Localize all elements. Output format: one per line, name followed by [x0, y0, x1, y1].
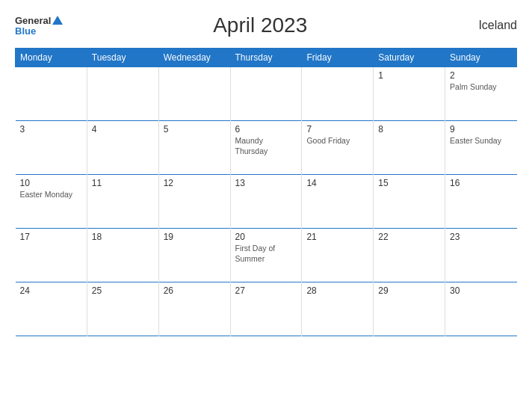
week-row-2: 3456Maundy Thursday7Good Friday89Easter … [16, 121, 517, 175]
country-label: Iceland [457, 19, 517, 32]
day-number: 16 [450, 178, 512, 188]
day-number: 28 [306, 285, 368, 296]
calendar-cell: 7Good Friday [302, 121, 374, 175]
day-number: 24 [20, 285, 82, 296]
calendar-cell: 9Easter Sunday [445, 121, 517, 175]
day-number: 7 [306, 124, 368, 135]
week-row-1: 12Palm Sunday [16, 67, 517, 121]
calendar-cell: 21 [302, 229, 374, 282]
holiday-label: First Day of Summer [235, 244, 297, 264]
day-number: 18 [92, 232, 154, 242]
header: General Blue April 2023 Iceland [15, 13, 517, 37]
calendar-cell: 24 [16, 282, 87, 336]
calendar-cell: 23 [445, 229, 517, 282]
holiday-label: Palm Sunday [450, 82, 512, 93]
weekday-header-tuesday: Tuesday [87, 49, 158, 67]
day-number: 23 [450, 232, 512, 242]
calendar-cell: 5 [158, 121, 230, 175]
week-row-4: 17181920First Day of Summer212223 [16, 229, 517, 282]
day-number: 2 [450, 70, 512, 81]
day-number: 25 [92, 285, 154, 296]
holiday-label: Maundy Thursday [235, 136, 297, 156]
day-number: 5 [164, 124, 226, 135]
day-number: 29 [378, 285, 440, 296]
weekday-header-wednesday: Wednesday [158, 49, 230, 67]
calendar-cell: 11 [87, 175, 158, 229]
day-number: 3 [20, 124, 82, 135]
calendar-cell: 26 [158, 282, 230, 336]
calendar-cell: 8 [374, 121, 445, 175]
weekday-header-saturday: Saturday [374, 49, 445, 67]
day-number: 14 [306, 178, 368, 188]
calendar-cell: 16 [445, 175, 517, 229]
logo-blue-text: Blue [15, 26, 36, 36]
day-number: 26 [164, 285, 226, 296]
logo-triangle-icon [52, 16, 63, 25]
calendar-cell: 30 [445, 282, 517, 336]
week-row-3: 10Easter Monday111213141516 [16, 175, 517, 229]
calendar-cell: 25 [87, 282, 158, 336]
calendar-header: MondayTuesdayWednesdayThursdayFridaySatu… [16, 49, 517, 67]
calendar-cell: 10Easter Monday [16, 175, 87, 229]
calendar-cell: 12 [158, 175, 230, 229]
calendar-cell: 4 [87, 121, 158, 175]
weekday-header-row: MondayTuesdayWednesdayThursdayFridaySatu… [16, 49, 517, 67]
day-number: 11 [92, 178, 154, 188]
day-number: 1 [378, 70, 440, 81]
calendar-cell: 20First Day of Summer [230, 229, 302, 282]
day-number: 13 [235, 178, 297, 188]
day-number: 27 [235, 285, 297, 296]
logo: General Blue [15, 16, 63, 36]
week-row-5: 24252627282930 [16, 282, 517, 336]
calendar-cell: 18 [87, 229, 158, 282]
day-number: 10 [20, 178, 82, 188]
page: General Blue April 2023 Iceland MondayTu… [0, 0, 532, 411]
weekday-header-sunday: Sunday [445, 49, 517, 67]
calendar-cell: 3 [16, 121, 87, 175]
day-number: 17 [20, 232, 82, 242]
weekday-header-friday: Friday [302, 49, 374, 67]
day-number: 30 [450, 285, 512, 296]
weekday-header-monday: Monday [16, 49, 87, 67]
calendar-cell: 13 [230, 175, 302, 229]
calendar-cell: 28 [302, 282, 374, 336]
calendar-cell: 27 [230, 282, 302, 336]
calendar-cell: 14 [302, 175, 374, 229]
day-number: 19 [164, 232, 226, 242]
holiday-label: Good Friday [306, 136, 368, 146]
calendar-cell [16, 67, 87, 121]
calendar-cell [302, 67, 374, 121]
calendar-cell: 15 [374, 175, 445, 229]
day-number: 22 [378, 232, 440, 242]
calendar-cell [230, 67, 302, 121]
calendar-cell: 1 [374, 67, 445, 121]
calendar-title: April 2023 [63, 13, 457, 37]
logo-general-text: General [15, 16, 51, 25]
day-number: 8 [378, 124, 440, 135]
day-number: 4 [92, 124, 154, 135]
holiday-label: Easter Sunday [450, 136, 512, 146]
calendar-cell: 2Palm Sunday [445, 67, 517, 121]
day-number: 9 [450, 124, 512, 135]
day-number: 20 [235, 232, 297, 242]
calendar-cell [158, 67, 230, 121]
calendar-cell: 6Maundy Thursday [230, 121, 302, 175]
calendar-cell: 17 [16, 229, 87, 282]
calendar-cell: 22 [374, 229, 445, 282]
calendar-table: MondayTuesdayWednesdayThursdayFridaySatu… [15, 48, 517, 336]
calendar-cell [87, 67, 158, 121]
calendar-body: 12Palm Sunday3456Maundy Thursday7Good Fr… [16, 67, 517, 336]
holiday-label: Easter Monday [20, 190, 82, 200]
weekday-header-thursday: Thursday [230, 49, 302, 67]
day-number: 6 [235, 124, 297, 135]
day-number: 21 [306, 232, 368, 242]
calendar-cell: 19 [158, 229, 230, 282]
day-number: 15 [378, 178, 440, 188]
day-number: 12 [164, 178, 226, 188]
calendar-cell: 29 [374, 282, 445, 336]
